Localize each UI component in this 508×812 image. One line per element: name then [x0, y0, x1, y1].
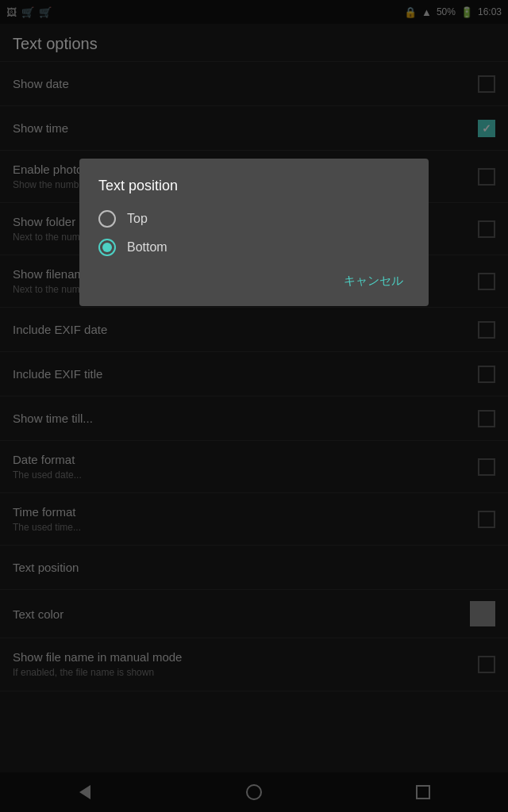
- dialog-option-top[interactable]: Top: [98, 210, 410, 228]
- radio-bottom[interactable]: [98, 239, 116, 256]
- text-position-dialog: Text position Top Bottom キャンセル: [79, 159, 429, 306]
- radio-top[interactable]: [98, 210, 116, 228]
- radio-bottom-label: Bottom: [127, 240, 167, 255]
- radio-top-label: Top: [127, 212, 148, 226]
- dialog-option-bottom[interactable]: Bottom: [98, 239, 410, 256]
- dialog-cancel-button[interactable]: キャンセル: [337, 269, 410, 293]
- dialog-actions: キャンセル: [98, 269, 410, 293]
- dialog-backdrop: [0, 0, 508, 812]
- radio-bottom-inner: [102, 243, 112, 252]
- dialog-title: Text position: [98, 178, 410, 194]
